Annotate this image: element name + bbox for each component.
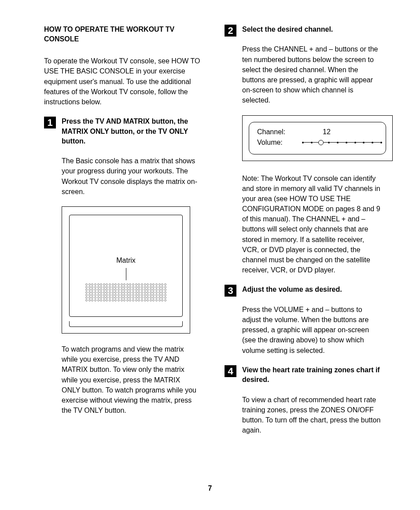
step-4: 4 View the heart rate training zones cha… [225, 365, 381, 436]
step-2: 2 Select the desired channel. Press the … [225, 25, 381, 275]
matrix-screen: Matrix [69, 215, 183, 317]
matrix-label: Matrix [116, 257, 136, 264]
step-body-text: Press the CHANNEL + and – buttons or the… [242, 44, 381, 105]
matrix-dot-grid [85, 283, 166, 307]
step-title: Press the TV AND MATRIX button, the MATR… [62, 117, 200, 146]
step-body-text: The Basic console has a matrix that show… [62, 156, 200, 197]
step-title: Select the desired channel. [242, 25, 381, 34]
channel-display: Channel: 12 Volume: [249, 122, 386, 154]
step-number-badge: 2 [225, 25, 236, 37]
matrix-figure: Matrix [62, 206, 190, 334]
intro-paragraph: To operate the Workout TV console, see H… [44, 56, 200, 107]
step-3: 3 Adjust the volume as desired. Press th… [225, 285, 381, 355]
left-column: HOW TO OPERATE THE WORKOUT TV CONSOLE To… [44, 25, 200, 445]
matrix-pointer-line [126, 268, 126, 280]
step-number-badge: 1 [44, 117, 56, 128]
step-title: View the heart rate training zones chart… [242, 365, 381, 385]
step-title: Adjust the volume as desired. [242, 285, 381, 294]
channel-row: Channel: 12 [257, 127, 378, 137]
step-number-badge: 4 [225, 365, 236, 377]
step-body-text: To view a chart of recommended heart rat… [242, 395, 381, 436]
channel-figure: Channel: 12 Volume: [242, 115, 393, 161]
page-number: 7 [208, 484, 212, 492]
step-1: 1 Press the TV AND MATRIX button, the MA… [44, 117, 200, 415]
right-column: 2 Select the desired channel. Press the … [225, 25, 381, 445]
volume-label: Volume: [257, 139, 294, 147]
section-heading: HOW TO OPERATE THE WORKOUT TV CONSOLE [44, 25, 200, 44]
volume-row: Volume: [257, 137, 378, 148]
step-body-text: To watch programs and view the matrix wh… [62, 344, 200, 415]
channel-value: 12 [296, 128, 357, 136]
step-number-badge: 3 [225, 285, 236, 297]
volume-bar [303, 140, 378, 145]
page-content: HOW TO OPERATE THE WORKOUT TV CONSOLE To… [0, 0, 420, 445]
step-body-text: Press the VOLUME + and – buttons to adju… [242, 305, 381, 356]
channel-label: Channel: [257, 128, 296, 136]
matrix-bottom-rule [69, 321, 183, 327]
step-body-text: Note: The Workout TV console can identif… [242, 173, 381, 275]
